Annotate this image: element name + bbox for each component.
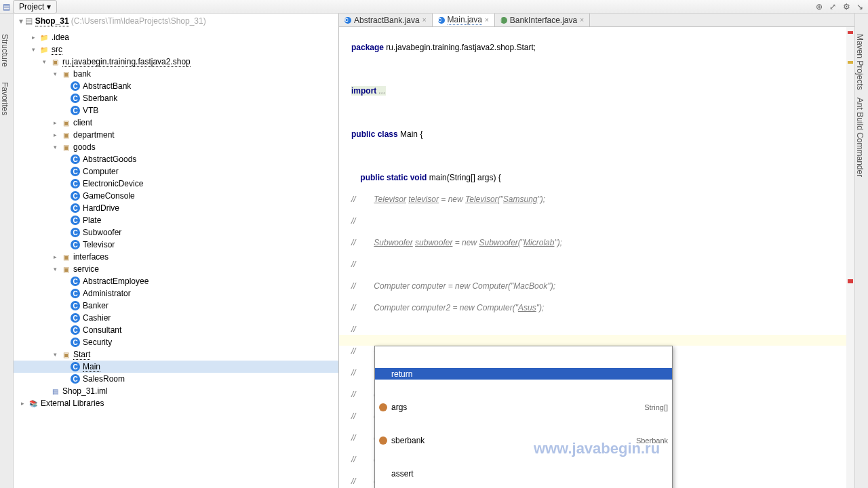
tree-class[interactable]: CAdministrator xyxy=(14,287,338,300)
tree-file-iml[interactable]: ▤Shop_31.iml xyxy=(14,385,338,397)
tree-class[interactable]: CSubwoofer xyxy=(14,226,338,239)
close-icon[interactable]: × xyxy=(485,16,489,24)
tree-class[interactable]: CSberbank xyxy=(14,92,338,104)
toolbar-project-icon: ▤ xyxy=(3,2,10,12)
completion-popup[interactable]: return argsString[] sberbankSberbank ass… xyxy=(374,346,673,488)
tree-class[interactable]: CCashier xyxy=(14,312,338,324)
tab-main[interactable]: CMain.java× xyxy=(433,14,495,26)
editor-area: CAbstractBank.java× CMain.java× IBankInt… xyxy=(339,14,854,488)
tree-package-start[interactable]: ▾▣Start xyxy=(14,348,338,361)
locate-icon[interactable]: ⊕ xyxy=(814,1,825,12)
tree-package-root[interactable]: ▾▣ru.javabegin.training.fastjava2.shop xyxy=(14,56,338,68)
editor-tabs: CAbstractBank.java× CMain.java× IBankInt… xyxy=(339,14,854,27)
tree-class[interactable]: CHardDrive xyxy=(14,202,338,214)
error-marker[interactable] xyxy=(848,279,853,283)
completion-item[interactable]: sberbankSberbank xyxy=(375,434,672,446)
project-tree-panel: ▾ ▤ Shop_31 (C:\Users\Tim\IdeaProjects\S… xyxy=(14,14,339,488)
tree-package-interfaces[interactable]: ▸▣interfaces xyxy=(14,251,338,263)
completion-item[interactable]: assert xyxy=(375,468,672,479)
close-icon[interactable]: × xyxy=(580,16,584,24)
tree-class-main[interactable]: CMain xyxy=(14,361,338,373)
tree-class[interactable]: CBanker xyxy=(14,300,338,312)
tree-class[interactable]: CComputer xyxy=(14,165,338,178)
tree-package-bank[interactable]: ▾▣bank xyxy=(14,68,338,80)
hide-icon[interactable]: ↘ xyxy=(854,1,865,12)
gear-icon[interactable]: ⚙ xyxy=(841,1,852,12)
tree-class[interactable]: CSalesRoom xyxy=(14,373,338,385)
left-tool-rail[interactable]: Structure Favorites xyxy=(0,14,14,488)
tab-abstractbank[interactable]: CAbstractBank.java× xyxy=(339,14,433,26)
tree-package-goods[interactable]: ▾▣goods xyxy=(14,141,338,153)
warning-marker[interactable] xyxy=(848,61,853,64)
collapse-icon[interactable]: ⤢ xyxy=(827,1,838,12)
error-stripe[interactable] xyxy=(846,27,854,488)
right-tool-rail[interactable]: Maven Projects Ant Build Commander xyxy=(854,14,868,488)
completion-item-return[interactable]: return xyxy=(375,368,672,380)
top-toolbar: ▤ Project ▾ ⊕ ⤢ ⚙ ↘ xyxy=(0,0,868,14)
tree-class[interactable]: CVTB xyxy=(14,104,338,117)
code-editor[interactable]: package ru.javabegin.training.fastjava2.… xyxy=(339,27,854,488)
tree-class[interactable]: CAbstractGoods xyxy=(14,153,338,165)
tree-class[interactable]: CConsultant xyxy=(14,324,338,336)
tree-folder-idea[interactable]: ▸📁.idea xyxy=(14,31,338,43)
tree-class[interactable]: CAbstractBank xyxy=(14,80,338,92)
error-marker[interactable] xyxy=(848,31,853,34)
completion-item[interactable]: argsString[] xyxy=(375,401,672,413)
tree-package-service[interactable]: ▾▣service xyxy=(14,263,338,275)
close-icon[interactable]: × xyxy=(422,16,427,24)
tree-class[interactable]: CSecurity xyxy=(14,336,338,348)
tree-class[interactable]: CGameConsole xyxy=(14,190,338,202)
tree-class[interactable]: CElectronicDevice xyxy=(14,178,338,190)
breadcrumb[interactable]: ▾ ▤ Shop_31 (C:\Users\Tim\IdeaProjects\S… xyxy=(14,14,338,28)
tree-package-client[interactable]: ▸▣client xyxy=(14,117,338,129)
tree-class[interactable]: CAbstractEmployee xyxy=(14,275,338,287)
tab-bankinterface[interactable]: IBankInterface.java× xyxy=(495,14,590,26)
tree-external-libs[interactable]: ▸📚External Libraries xyxy=(14,397,338,409)
tree-folder-src[interactable]: ▾📁src xyxy=(14,43,338,56)
project-dropdown[interactable]: Project ▾ xyxy=(13,0,57,14)
project-tree: ▸📁.idea ▾📁src ▾▣ru.javabegin.training.fa… xyxy=(14,28,338,412)
tree-class[interactable]: CTelevisor xyxy=(14,239,338,251)
tree-class[interactable]: CPlate xyxy=(14,214,338,226)
tree-package-department[interactable]: ▸▣department xyxy=(14,129,338,141)
